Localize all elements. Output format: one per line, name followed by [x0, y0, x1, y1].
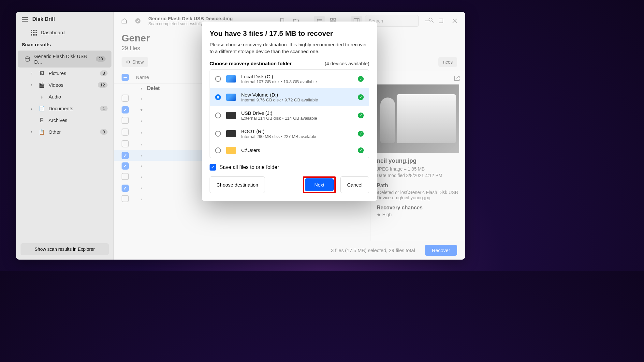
- sidebar-dashboard-label: Dashboard: [41, 30, 65, 35]
- sidebar-item-label: Audio: [49, 94, 61, 99]
- sidebar-dashboard[interactable]: Dashboard: [16, 27, 113, 38]
- cancel-button[interactable]: Cancel: [340, 176, 369, 193]
- drive-icon: [226, 112, 236, 119]
- recovery-destination-modal: You have 3 files / 17.5 MB to recover Pl…: [202, 22, 377, 201]
- sidebar-item-videos[interactable]: ›🎬Videos12: [16, 79, 113, 91]
- sidebar-item-badge: 12: [98, 82, 108, 88]
- category-icon: 🎬: [39, 82, 45, 88]
- drive-icon: [226, 75, 236, 83]
- svg-rect-3: [31, 32, 32, 33]
- destination-option[interactable]: New Volume (D:)Internal 9.76 GB disk • 9…: [210, 88, 369, 106]
- dest-name: Local Disk (C:): [241, 74, 353, 79]
- hamburger-icon[interactable]: [22, 17, 28, 22]
- sidebar-item-label: Other: [49, 129, 61, 135]
- dest-name: BOOT (R:): [241, 128, 353, 134]
- check-icon: ✓: [358, 94, 364, 100]
- svg-rect-8: [36, 34, 37, 36]
- check-icon: ✓: [358, 113, 364, 118]
- next-button-highlight: Next: [303, 176, 336, 193]
- save-one-label: Save all files to one folder: [219, 164, 279, 170]
- disk-icon: [24, 56, 30, 62]
- dest-radio[interactable]: [215, 76, 221, 82]
- dest-meta: Internal 260 MB disk • 227 MB available: [241, 134, 353, 139]
- sidebar-item-badge: 1: [100, 106, 108, 111]
- modal-body: Please choose recovery destination. It i…: [210, 41, 369, 55]
- choose-destination-button[interactable]: Choose destination: [210, 176, 265, 193]
- drive-icon: [226, 94, 236, 101]
- check-icon: ✓: [358, 76, 364, 82]
- check-icon: ✓: [358, 131, 364, 137]
- category-icon: 📋: [39, 129, 45, 135]
- sidebar-device-label: Generic Flash Disk USB D…: [34, 53, 92, 65]
- svg-rect-0: [31, 30, 32, 31]
- sidebar-item-pictures[interactable]: ›🖼Pictures8: [16, 68, 113, 79]
- main: Generic Flash Disk USB Device.dmg Scan c…: [114, 12, 465, 260]
- chevron-right-icon: ›: [31, 130, 35, 134]
- category-icon: 📄: [39, 106, 45, 112]
- sidebar-item-label: Videos: [49, 82, 64, 88]
- svg-rect-4: [33, 32, 35, 33]
- chevron-right-icon: ›: [31, 83, 35, 87]
- save-one-folder-option[interactable]: ✓ Save all files to one folder: [210, 164, 369, 171]
- modal-dim: You have 3 files / 17.5 MB to recover Pl…: [114, 12, 465, 260]
- dest-radio[interactable]: [215, 147, 221, 153]
- modal-title: You have 3 files / 17.5 MB to recover: [210, 29, 369, 38]
- sidebar-item-label: Archives: [49, 117, 67, 123]
- dest-radio[interactable]: [215, 131, 221, 137]
- dest-meta: Internal 9.76 GB disk • 9.72 GB availabl…: [241, 98, 353, 102]
- sidebar-item-other[interactable]: ›📋Other8: [16, 126, 113, 138]
- sidebar-active-device[interactable]: Generic Flash Disk USB D… 29: [18, 51, 111, 68]
- category-icon: 🖼: [39, 70, 45, 76]
- destination-option[interactable]: USB Drive (J:)External 114 GB disk • 114…: [210, 106, 369, 125]
- svg-rect-5: [36, 32, 37, 33]
- dest-meta: Internal 107 GB disk • 10.8 GB available: [241, 79, 353, 84]
- grid-icon: [31, 30, 37, 36]
- app-name: Disk Drill: [32, 16, 55, 22]
- sidebar-section: Scan results: [16, 38, 113, 51]
- svg-rect-7: [33, 34, 35, 36]
- sidebar-item-badge: 8: [100, 70, 108, 76]
- sidebar-item-audio[interactable]: ♪Audio: [16, 91, 113, 103]
- dest-meta: External 114 GB disk • 114 GB available: [241, 116, 353, 121]
- show-in-explorer-button[interactable]: Show scan results in Explorer: [21, 243, 109, 255]
- sidebar-device-badge: 29: [96, 56, 106, 62]
- svg-rect-6: [31, 34, 32, 36]
- destination-list[interactable]: Local Disk (C:)Internal 107 GB disk • 10…: [210, 69, 369, 158]
- dest-name: USB Drive (J:): [241, 110, 353, 116]
- category-icon: 🗄: [39, 117, 45, 123]
- drive-icon: [226, 130, 236, 137]
- next-button[interactable]: Next: [305, 178, 334, 191]
- sidebar-footer: Show scan results in Explorer: [16, 239, 113, 260]
- app-window: Disk Drill Dashboard Scan results Generi…: [16, 12, 465, 260]
- dest-radio[interactable]: [215, 113, 221, 118]
- dest-radio[interactable]: [215, 94, 221, 100]
- sidebar-item-label: Documents: [49, 106, 73, 111]
- save-one-checkbox[interactable]: ✓: [210, 164, 216, 171]
- destination-option[interactable]: BOOT (R:)Internal 260 MB disk • 227 MB a…: [210, 125, 369, 143]
- chevron-right-icon: ›: [31, 71, 35, 76]
- dest-name: C:\Users: [241, 147, 353, 153]
- modal-devices-count: (4 devices available): [325, 61, 369, 66]
- svg-rect-1: [33, 30, 35, 31]
- sidebar-item-archives[interactable]: 🗄Archives: [16, 114, 113, 126]
- destination-option[interactable]: C:\Users✓: [210, 143, 369, 158]
- sidebar-item-documents[interactable]: ›📄Documents1: [16, 103, 113, 114]
- sidebar: Disk Drill Dashboard Scan results Generi…: [16, 12, 114, 260]
- drive-icon: [226, 147, 236, 154]
- dest-name: New Volume (D:): [241, 92, 353, 98]
- category-icon: ♪: [39, 94, 45, 100]
- chevron-right-icon: ›: [31, 106, 35, 111]
- sidebar-item-badge: 8: [100, 129, 108, 135]
- sidebar-item-label: Pictures: [49, 70, 66, 76]
- modal-choose-heading: Choose recovery destination folder: [210, 61, 292, 66]
- svg-point-9: [25, 57, 30, 59]
- svg-rect-2: [36, 30, 37, 31]
- check-icon: ✓: [358, 147, 364, 153]
- destination-option[interactable]: Local Disk (C:)Internal 107 GB disk • 10…: [210, 70, 369, 88]
